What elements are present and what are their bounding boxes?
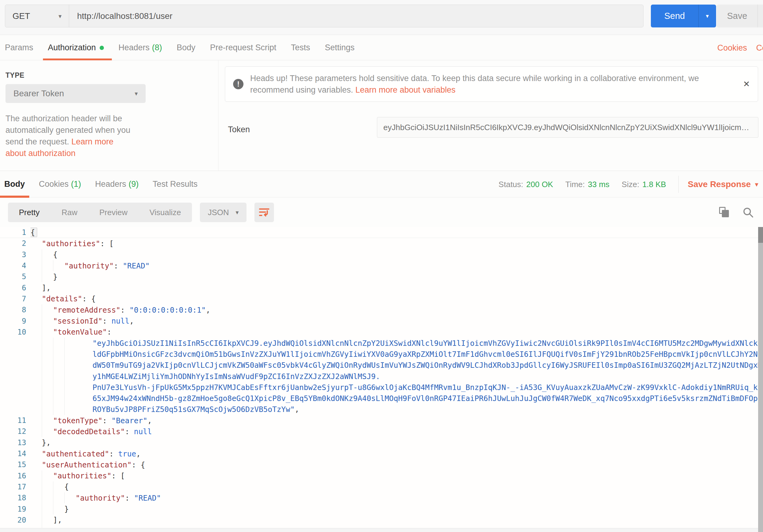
indent-guide <box>42 271 42 282</box>
auth-type-select[interactable]: Bearer Token ▾ <box>6 84 146 103</box>
indent-guide <box>42 393 42 404</box>
horizontal-scrollbar[interactable] <box>0 528 758 532</box>
chevron-down-icon: ▾ <box>755 181 758 187</box>
request-bar: GET ▾ http://localhost:8081/user Send ▾ … <box>0 0 763 35</box>
url-input[interactable]: http://localhost:8081/user <box>69 5 643 27</box>
view-preview[interactable]: Preview <box>88 208 138 217</box>
indent-guide <box>42 382 42 393</box>
line-number: 18 <box>0 493 31 502</box>
view-raw[interactable]: Raw <box>51 208 88 217</box>
indent-guide <box>42 249 42 260</box>
indent-guide <box>42 304 42 315</box>
view-visualize[interactable]: Visualize <box>138 208 192 217</box>
format-select[interactable]: JSON ▾ <box>200 203 247 222</box>
tab-response-body[interactable]: Body <box>4 170 25 197</box>
response-body-pane: 1{2"authorities": [3{4"authority": "READ… <box>0 227 763 532</box>
line-number: 5 <box>0 272 31 281</box>
line-number: 19 <box>0 505 31 513</box>
indent-guide <box>42 360 42 371</box>
tab-response-headers[interactable]: Headers(9) <box>95 170 139 197</box>
wrap-lines-button[interactable] <box>255 203 274 222</box>
indent-guide <box>42 471 42 481</box>
authorization-active-dot <box>100 46 104 50</box>
code-line: 11"tokenType": "Bearer", <box>0 415 763 426</box>
code-line: 5} <box>0 271 763 282</box>
tab-settings[interactable]: Settings <box>325 35 355 60</box>
code-line: 65xJM94w24xWNndH5b-gz8ZmHoe5go8eGcQ1Xpic… <box>0 393 763 404</box>
sensitive-data-banner: ! Heads up! These parameters hold sensit… <box>225 66 758 102</box>
indent-guide <box>42 426 42 437</box>
tab-test-results[interactable]: Test Results <box>153 170 197 197</box>
save-options-button[interactable]: ▾ <box>757 5 763 28</box>
line-number: 9 <box>0 317 31 325</box>
method-select[interactable]: GET ▾ <box>5 5 69 27</box>
code-line: 17{ <box>0 481 763 492</box>
view-switcher: Pretty Raw Preview Visualize <box>8 203 192 222</box>
save-button-group: Save ▾ <box>717 5 763 28</box>
tab-prerequest-script[interactable]: Pre-request Script <box>210 35 276 60</box>
scrollbar-thumb[interactable] <box>758 227 763 243</box>
view-pretty[interactable]: Pretty <box>8 208 51 217</box>
learn-more-variables-link[interactable]: Learn more about variables <box>355 85 456 94</box>
tab-body[interactable]: Body <box>177 35 196 60</box>
type-label: TYPE <box>6 71 24 79</box>
method-value: GET <box>13 11 30 21</box>
token-input[interactable]: eyJhbGciOiJSUzI1NiIsInR5cCI6IkpXVCJ9.eyJ… <box>377 117 758 138</box>
indent-guide <box>42 492 42 503</box>
tab-params[interactable]: Params <box>5 35 33 60</box>
chevron-down-icon: ▾ <box>706 13 709 19</box>
code-line: 19} <box>0 503 763 514</box>
tab-authorization[interactable]: Authorization <box>48 35 104 60</box>
vertical-scrollbar[interactable] <box>758 227 763 532</box>
code-line: 16"authorities": [ <box>0 471 763 481</box>
save-response-button[interactable]: Save Response ▾ <box>688 179 758 189</box>
code-line: 12"decodedDetails": null <box>0 426 763 437</box>
tab-headers[interactable]: Headers(8) <box>119 35 162 60</box>
code-line: 3{ <box>0 249 763 260</box>
send-button[interactable]: Send <box>651 5 699 28</box>
search-icon[interactable] <box>742 207 754 218</box>
save-button[interactable]: Save <box>717 5 757 28</box>
close-icon[interactable]: ✕ <box>743 79 750 89</box>
code-line: 4"authority": "READ" <box>0 260 763 271</box>
divider <box>678 176 679 193</box>
line-number: 15 <box>0 461 31 469</box>
size-badge: Size: 1.8 KB <box>622 180 666 189</box>
wrap-text-icon <box>259 207 270 217</box>
line-number: 12 <box>0 427 31 436</box>
status-badge: Status: 200 OK <box>498 180 553 189</box>
line-number: 3 <box>0 251 31 259</box>
tab-tests[interactable]: Tests <box>291 35 310 60</box>
active-tab-underline <box>0 196 29 198</box>
line-number: 14 <box>0 450 31 458</box>
code-line: 9"sessionId": null, <box>0 315 763 326</box>
line-number: 20 <box>0 516 31 524</box>
request-tabs-right: Cookies Code <box>717 35 763 60</box>
code-lines: 1{2"authorities": [3{4"authority": "READ… <box>0 227 763 532</box>
send-options-button[interactable]: ▾ <box>699 5 716 28</box>
postman-app: GET ▾ http://localhost:8081/user Send ▾ … <box>0 0 763 532</box>
cookies-link[interactable]: Cookies <box>717 43 747 53</box>
toolbar-right-icons <box>719 198 754 227</box>
indent-guide <box>42 315 42 326</box>
tab-response-cookies[interactable]: Cookies(1) <box>39 170 81 197</box>
code-link[interactable]: Code <box>756 43 763 53</box>
banner-message: Heads up! These parameters hold sensitiv… <box>250 72 736 96</box>
warning-icon: ! <box>233 79 244 89</box>
indent-guide <box>64 338 64 349</box>
line-number: 6 <box>0 284 31 292</box>
code-line: 10"tokenValue": <box>0 327 763 338</box>
code-line: 1{ <box>0 227 763 238</box>
headers-count-badge: (8) <box>152 43 162 53</box>
indent-guide <box>42 404 42 415</box>
response-toolbar: Pretty Raw Preview Visualize JSON ▾ <box>0 198 763 227</box>
chevron-down-icon: ▾ <box>58 13 61 19</box>
auth-help-text: The authorization header will be automat… <box>6 113 134 159</box>
time-badge: Time: 33 ms <box>565 180 609 189</box>
indent-guide <box>42 349 42 360</box>
code-line: 20], <box>0 515 763 526</box>
copy-icon[interactable] <box>719 207 729 218</box>
indent-guide <box>42 503 42 514</box>
format-value: JSON <box>208 208 229 217</box>
code-line: 18"authority": "READ" <box>0 492 763 503</box>
